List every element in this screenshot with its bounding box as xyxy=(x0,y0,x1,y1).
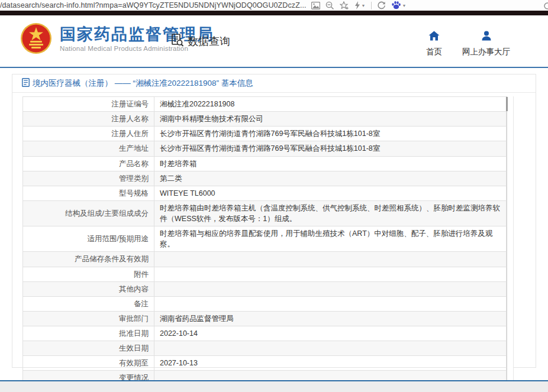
field-label: 批准日期 xyxy=(23,326,154,341)
field-value: 时差培养箱 xyxy=(154,156,507,171)
lightning-icon[interactable]: ▼ xyxy=(354,1,366,10)
field-value: 2022-10-14 xyxy=(154,326,507,341)
table-row: 附件 xyxy=(23,267,507,281)
table-row: 注册证编号湘械注准20222181908 xyxy=(23,97,507,112)
registration-table-wrap: 注册证编号湘械注准20222181908注册人名称湖南中科精璎生物技术有限公司注… xyxy=(22,96,514,392)
field-label: 产品储存条件及有效期 xyxy=(23,252,154,267)
field-value: 时差培养箱与相应的培养皿配套使用，用于辅助生殖技术（ART）中对细胞、配子、胚胎… xyxy=(154,226,507,252)
browser-toolbar: ▼ ▼ xyxy=(311,1,407,10)
header-divider xyxy=(0,67,548,68)
field-label: 生产地址 xyxy=(23,141,154,156)
field-label: 审批部门 xyxy=(23,311,154,326)
table-row: 结构及组成/主要组成成分时差培养箱由时差培养箱主机（含温度控制系统、供气控制系统… xyxy=(23,200,507,226)
header-links: 首页 网上办事大厅 xyxy=(426,31,510,57)
field-value: 湖南中科精璎生物技术有限公司 xyxy=(154,112,507,127)
field-value: 2027-10-13 xyxy=(154,356,507,371)
refresh-icon[interactable] xyxy=(377,1,386,10)
nav-home[interactable]: 首页 xyxy=(426,31,442,57)
image-icon[interactable] xyxy=(311,1,320,10)
field-label: 注册证编号 xyxy=(23,97,154,112)
data-query-icon xyxy=(170,33,185,50)
table-row: 产品储存条件及有效期 xyxy=(23,252,507,267)
nav-service-hall[interactable]: 网上办事大厅 xyxy=(462,31,510,57)
field-label: 备注 xyxy=(23,296,154,311)
table-row: 有效期至2027-10-13 xyxy=(23,356,507,371)
field-value: 时差培养箱由时差培养箱主机（含温度控制系统、供气控制系统、时差照相系统）、胚胎时… xyxy=(154,200,507,226)
browser-address-bar[interactable]: /datasearch/search-info.html?nmpa=aWQ9YT… xyxy=(0,0,548,11)
breadcrumb[interactable]: 境内医疗器械（注册） —— “湘械注准20222181908” 基本信息 xyxy=(12,74,536,93)
national-emblem-icon xyxy=(20,22,52,54)
scrollbar-thumb[interactable] xyxy=(506,97,508,111)
toolbar-divider xyxy=(371,2,372,9)
field-value xyxy=(154,267,507,281)
field-label: 注册人住所 xyxy=(23,127,154,141)
field-label: 附件 xyxy=(23,267,154,281)
field-label: 其他内容 xyxy=(23,281,154,296)
field-value xyxy=(154,341,507,356)
field-label: 结构及组成/主要组成成分 xyxy=(23,200,154,226)
table-row: 适用范围/预期用途时差培养箱与相应的培养皿配套使用，用于辅助生殖技术（ART）中… xyxy=(23,226,507,252)
field-value xyxy=(154,281,507,296)
field-label: 适用范围/预期用途 xyxy=(23,226,154,252)
field-label: 生效日期 xyxy=(23,341,154,356)
user-icon xyxy=(481,31,492,43)
site-header: 国家药品监督管理局 National Medical Products Admi… xyxy=(0,15,548,67)
field-label: 产品名称 xyxy=(23,156,154,171)
field-value: WITEYE TL6000 xyxy=(154,186,507,200)
table-row: 其他内容 xyxy=(23,281,507,296)
breadcrumb-text[interactable]: 境内医疗器械（注册） —— “湘械注准20222181908” 基本信息 xyxy=(33,78,253,89)
field-label: 有效期至 xyxy=(23,356,154,371)
table-row: 审批部门湖南省药品监督管理局 xyxy=(23,311,507,326)
field-value: 长沙市开福区青竹湖街道青竹湖路769号军民融合科技城1栋101-8室 xyxy=(154,141,507,156)
field-label: 注册人名称 xyxy=(23,112,154,127)
table-row: 生效日期 xyxy=(23,341,507,356)
paw-caret-icon[interactable]: ▼ xyxy=(402,4,407,8)
content-card: 境内医疗器械（注册） —— “湘械注准20222181908” 基本信息 注册证… xyxy=(12,74,536,368)
table-row: 批准日期2022-10-14 xyxy=(23,326,507,341)
window-dark-strip xyxy=(0,11,548,15)
table-row: 型号规格WITEYE TL6000 xyxy=(23,186,507,200)
field-value: 长沙市开福区青竹湖街道青竹湖路769号军民融合科技城1栋101-8室 xyxy=(154,127,507,141)
table-row: 产品名称时差培养箱 xyxy=(23,156,507,171)
document-icon xyxy=(22,78,30,89)
nav-data-query[interactable]: 数据查询 xyxy=(170,33,230,50)
table-row: 管理类别第二类 xyxy=(23,171,507,186)
table-row: 备注 xyxy=(23,296,507,311)
nav-home-label: 首页 xyxy=(426,47,442,57)
edge-clipped-icon[interactable] xyxy=(543,1,548,11)
field-value xyxy=(154,296,507,311)
zoom-out-icon[interactable] xyxy=(325,1,334,10)
screen: /datasearch/search-info.html?nmpa=aWQ9YT… xyxy=(0,0,548,392)
registration-table: 注册证编号湘械注准20222181908注册人名称湖南中科精璎生物技术有限公司注… xyxy=(22,96,507,392)
table-row: 注册人名称湖南中科精璎生物技术有限公司 xyxy=(23,112,507,127)
field-label: 管理类别 xyxy=(23,171,154,186)
paw-icon[interactable]: ▼ xyxy=(391,1,407,10)
data-query-label: 数据查询 xyxy=(188,34,230,48)
url-text[interactable]: /datasearch/search-info.html?nmpa=aWQ9YT… xyxy=(0,0,307,11)
home-icon xyxy=(428,31,440,43)
field-value xyxy=(154,252,507,267)
scrollbar-track[interactable] xyxy=(507,96,514,392)
footer xyxy=(0,381,548,392)
field-label: 型号规格 xyxy=(23,186,154,200)
field-value: 第二类 xyxy=(154,171,507,186)
field-value: 湘械注准20222181908 xyxy=(154,97,507,112)
nav-service-hall-label: 网上办事大厅 xyxy=(462,47,510,57)
lightning-caret-icon[interactable]: ▼ xyxy=(362,4,366,8)
bookmark-star-icon[interactable] xyxy=(340,1,349,10)
table-row: 注册人住所长沙市开福区青竹湖街道青竹湖路769号军民融合科技城1栋101-8室 xyxy=(23,127,507,141)
table-row: 生产地址长沙市开福区青竹湖街道青竹湖路769号军民融合科技城1栋101-8室 xyxy=(23,141,507,156)
field-value: 湖南省药品监督管理局 xyxy=(154,311,507,326)
